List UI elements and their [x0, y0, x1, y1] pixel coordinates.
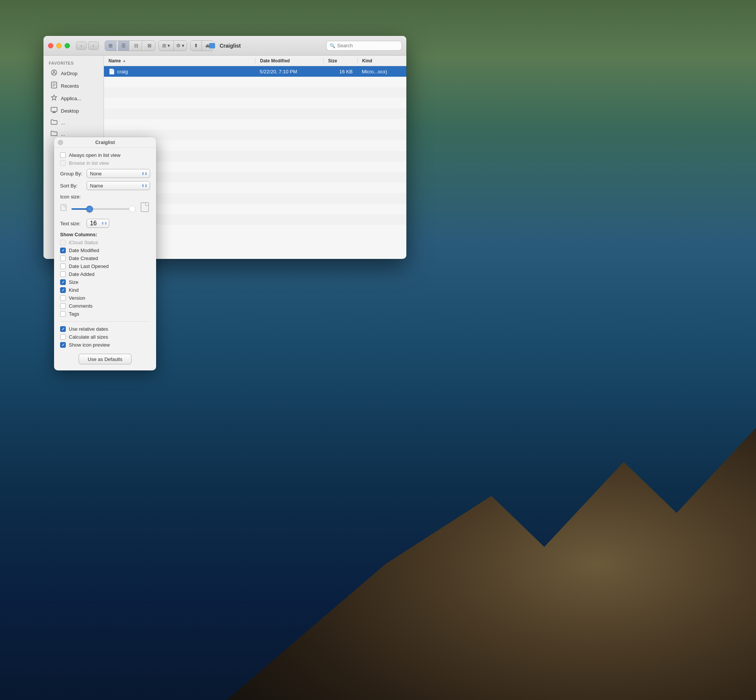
popup-title: Craiglist [95, 139, 115, 145]
col-icloud-row: iCloud Status [60, 240, 150, 245]
col-version-checkbox[interactable] [60, 295, 66, 301]
col-date-modified-row: ✓ Date Modified [60, 248, 150, 253]
col-date-added-label: Date Added [69, 271, 95, 277]
use-relative-dates-label: Use relative dates [69, 326, 108, 332]
group-by-label: Group By: [60, 171, 87, 177]
slider-thumb-right[interactable] [129, 206, 136, 212]
icon-size-slider[interactable] [72, 208, 136, 210]
sidebar-item-recents[interactable]: Recents [45, 80, 102, 92]
search-icon: 🔍 [330, 43, 335, 48]
col-date-last-opened-checkbox[interactable] [60, 263, 66, 269]
file-date-cell: 5/22/20, 7:10 PM [255, 69, 323, 75]
column-kind-header[interactable]: Kind [357, 58, 406, 64]
text-size-row: Text size: 16 ⬆⬇ [60, 219, 150, 228]
sort-by-row: Sort By: Name ⬆⬇ [60, 181, 150, 190]
popup-title-bar: Craiglist [54, 137, 156, 148]
column-date-modified-header[interactable]: Date Modified [255, 58, 323, 64]
close-button[interactable] [48, 43, 53, 48]
col-icloud-checkbox[interactable] [60, 240, 66, 245]
folder-icon-6 [50, 130, 58, 138]
view-options-popup: Craiglist Always open in list view Brows… [54, 137, 156, 370]
col-tags-label: Tags [69, 311, 79, 317]
use-relative-dates-row: ✓ Use relative dates [60, 326, 150, 332]
always-open-list-view-checkbox[interactable] [60, 152, 66, 158]
maximize-button[interactable] [65, 43, 70, 48]
col-kind-label: Kind [69, 287, 79, 293]
recents-icon [50, 82, 58, 90]
checkmark-icon: ✓ [62, 343, 65, 347]
view-gallery-button[interactable]: ⊠ [144, 41, 155, 51]
use-as-defaults-button[interactable]: Use as Defaults [79, 354, 131, 364]
share-button[interactable]: ⬆ [191, 41, 202, 51]
window-title: Craiglist [220, 43, 241, 49]
sidebar-item-5[interactable]: ... [45, 117, 102, 128]
col-comments-checkbox[interactable] [60, 303, 66, 309]
browse-list-view-checkbox[interactable] [60, 160, 66, 166]
popup-divider [60, 321, 150, 322]
settings-button[interactable]: ⚙ ▾ [174, 41, 187, 51]
popup-close-button[interactable] [58, 140, 63, 145]
file-doc-icon: 📄 [108, 69, 115, 75]
group-by-dropdown[interactable]: None ⬆⬇ [87, 169, 150, 178]
column-name-header[interactable]: Name ▲ [104, 58, 255, 64]
col-date-created-checkbox[interactable] [60, 256, 66, 261]
sidebar-label-desktop: Desktop [61, 108, 79, 114]
group-by-arrow-icon: ⬆⬇ [141, 172, 147, 176]
sidebar-item-desktop[interactable]: Desktop [45, 105, 102, 117]
view-icon-button[interactable]: ⊞ [105, 41, 116, 51]
checkmark-icon: ✓ [62, 249, 65, 253]
applications-icon [50, 94, 58, 102]
empty-row [104, 108, 406, 119]
empty-row [104, 119, 406, 130]
back-button[interactable]: ‹ [76, 42, 87, 50]
table-row[interactable]: 📄 craig 5/22/20, 7:10 PM 16 KB Micro...o… [104, 66, 406, 77]
col-size-row: ✓ Size [60, 279, 150, 285]
search-box[interactable]: 🔍 [326, 41, 402, 51]
show-icon-preview-label: Show icon preview [69, 342, 109, 348]
toolbar-right: 🔍 [326, 41, 402, 51]
sidebar-section-favorites: Favorites [44, 59, 103, 67]
sidebar-item-applications[interactable]: Applica... [45, 92, 102, 104]
file-kind-cell: Micro...ocx) [357, 69, 406, 75]
sidebar-label-5: ... [61, 120, 65, 125]
col-comments-row: Comments [60, 303, 150, 309]
col-date-modified-checkbox[interactable]: ✓ [60, 248, 66, 253]
show-icon-preview-checkbox[interactable]: ✓ [60, 342, 66, 348]
col-date-created-row: Date Created [60, 256, 150, 261]
col-size-checkbox[interactable]: ✓ [60, 279, 66, 285]
col-date-added-row: Date Added [60, 271, 150, 277]
minimize-button[interactable] [56, 43, 62, 48]
col-date-added-checkbox[interactable] [60, 271, 66, 277]
col-kind-checkbox[interactable]: ✓ [60, 287, 66, 293]
group-by-value: None [90, 171, 102, 177]
small-icon-preview [60, 204, 67, 214]
sort-by-dropdown[interactable]: Name ⬆⬇ [87, 181, 150, 190]
calculate-all-sizes-checkbox[interactable] [60, 334, 66, 340]
text-size-dropdown[interactable]: 16 ⬆⬇ [87, 219, 109, 228]
calculate-all-sizes-label: Calculate all sizes [69, 334, 108, 340]
slider-thumb-active[interactable] [86, 206, 93, 212]
col-date-last-opened-label: Date Last Opened [69, 263, 109, 269]
group-button[interactable]: ⊞ ▾ [159, 41, 174, 51]
svg-rect-9 [61, 205, 66, 211]
column-size-header[interactable]: Size [323, 58, 357, 64]
view-list-button[interactable]: ☰ [118, 41, 129, 51]
search-input[interactable] [337, 43, 398, 48]
nav-buttons: ‹ › [76, 42, 98, 50]
col-tags-row: Tags [60, 311, 150, 317]
text-size-value: 16 [90, 220, 97, 227]
sidebar-item-airdrop[interactable]: AirDrop [45, 67, 102, 80]
sort-icon: ▲ [122, 59, 126, 63]
col-tags-checkbox[interactable] [60, 311, 66, 317]
window-folder-icon [209, 43, 215, 48]
forward-button[interactable]: › [88, 42, 98, 50]
empty-row [104, 88, 406, 98]
browse-list-view-row: Browse in list view [60, 160, 150, 166]
always-open-list-view-label: Always open in list view [69, 152, 120, 158]
col-kind-row: ✓ Kind [60, 287, 150, 293]
text-size-arrow-icon: ⬆⬇ [101, 222, 107, 225]
use-relative-dates-checkbox[interactable]: ✓ [60, 326, 66, 332]
text-size-label: Text size: [60, 221, 87, 227]
large-icon-preview [140, 202, 150, 216]
view-column-button[interactable]: ⊟ [131, 41, 142, 51]
